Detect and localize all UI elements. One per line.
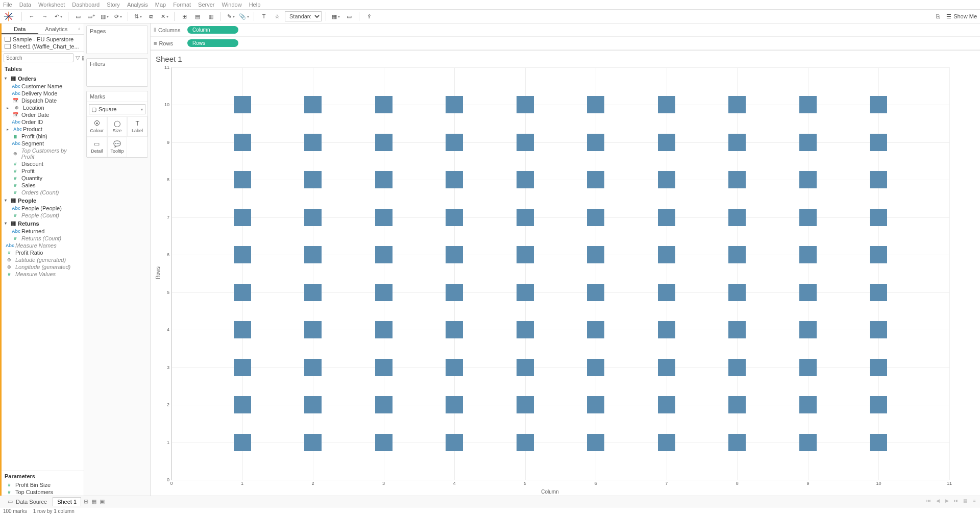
chart-mark[interactable] <box>658 96 675 113</box>
chart-mark[interactable] <box>728 359 746 376</box>
chart-mark[interactable] <box>587 284 604 301</box>
chart-mark[interactable] <box>799 284 817 301</box>
columns-shelf[interactable]: ⦀Columns Column <box>151 23 980 37</box>
chart-mark[interactable] <box>870 96 887 113</box>
chart-mark[interactable] <box>658 396 675 413</box>
share-button[interactable]: ⇪ <box>363 11 375 22</box>
chart-mark[interactable] <box>517 359 534 376</box>
table-group[interactable]: ▾▦Orders <box>2 74 84 83</box>
chart-mark[interactable] <box>799 96 817 113</box>
collapse-sidebar-icon[interactable]: ‹ <box>75 23 84 34</box>
chart-mark[interactable] <box>587 134 604 151</box>
chart-mark[interactable] <box>799 434 817 451</box>
save-button[interactable]: ▭ <box>72 11 84 22</box>
last-tab-button[interactable]: ⏭ <box>952 498 960 505</box>
menu-file[interactable]: File <box>3 2 12 8</box>
refresh-button[interactable]: ⟳ <box>112 11 124 22</box>
chart-mark[interactable] <box>304 96 322 113</box>
chart-mark[interactable] <box>304 209 322 226</box>
chart-mark[interactable] <box>234 96 251 113</box>
menu-worksheet[interactable]: Worksheet <box>38 2 65 8</box>
chart-mark[interactable] <box>517 284 534 301</box>
rows-shelf[interactable]: ≡Rows Rows <box>151 37 980 50</box>
tab-analytics[interactable]: Analytics <box>38 23 75 34</box>
menu-window[interactable]: Window <box>222 2 242 8</box>
chart-mark[interactable] <box>728 209 746 226</box>
sort-desc-button[interactable]: ▥ <box>205 11 216 22</box>
chart-mark[interactable] <box>587 96 604 113</box>
prev-tab-button[interactable]: ◀ <box>934 498 941 505</box>
chart-mark[interactable] <box>728 284 746 301</box>
field-item[interactable]: AbcMeasure Names <box>2 242 84 249</box>
new-story-icon[interactable]: ▣ <box>99 498 106 505</box>
field-item[interactable]: AbcReturned <box>2 228 84 235</box>
field-item[interactable]: 📅Order Date <box>2 111 84 118</box>
chart-mark[interactable] <box>234 284 251 301</box>
field-item[interactable]: #Quantity <box>2 175 84 182</box>
chart-mark[interactable] <box>446 209 463 226</box>
chart-mark[interactable] <box>587 321 604 338</box>
filters-shelf[interactable]: Filters <box>86 58 148 87</box>
chart-mark[interactable] <box>446 434 463 451</box>
chart-mark[interactable] <box>517 396 534 413</box>
chart-mark[interactable] <box>517 96 534 113</box>
field-item[interactable]: AbcOrder ID <box>2 118 84 126</box>
attachment-button[interactable]: 📎 <box>238 11 250 22</box>
field-item[interactable]: AbcCustomer Name <box>2 83 84 90</box>
chart-mark[interactable] <box>587 246 604 263</box>
chart-mark[interactable] <box>658 434 675 451</box>
chart-mark[interactable] <box>446 396 463 413</box>
chart-mark[interactable] <box>799 321 817 338</box>
chart-mark[interactable] <box>375 396 393 413</box>
chart-mark[interactable] <box>870 321 887 338</box>
field-item[interactable]: AbcPeople (People) <box>2 205 84 212</box>
chart-mark[interactable] <box>658 171 675 188</box>
chart-mark[interactable] <box>870 246 887 263</box>
chart-mark[interactable] <box>375 246 393 263</box>
menu-format[interactable]: Format <box>173 2 191 8</box>
mark-label-button[interactable]: TLabel <box>127 116 148 137</box>
chart-mark[interactable] <box>728 96 746 113</box>
show-me-button[interactable]: ☰ Show Me <box>946 13 977 20</box>
menu-analysis[interactable]: Analysis <box>127 2 148 8</box>
star-button[interactable]: ☆ <box>272 11 283 22</box>
table-group[interactable]: ▾▦People <box>2 196 84 205</box>
chart-mark[interactable] <box>517 171 534 188</box>
chart-mark[interactable] <box>375 321 393 338</box>
chart-mark[interactable] <box>587 209 604 226</box>
parameter-item[interactable]: #Top Customers <box>2 488 84 496</box>
field-item[interactable]: AbcDelivery Mode <box>2 90 84 97</box>
chart-mark[interactable] <box>517 246 534 263</box>
chart-mark[interactable] <box>799 246 817 263</box>
guide-button[interactable]: ⎘ <box>932 11 943 22</box>
field-item[interactable]: #Discount <box>2 160 84 167</box>
chart-mark[interactable] <box>304 246 322 263</box>
chart-mark[interactable] <box>517 434 534 451</box>
chart-mark[interactable] <box>446 96 463 113</box>
label-button[interactable]: T <box>258 11 270 22</box>
chart-mark[interactable] <box>234 209 251 226</box>
columns-pill[interactable]: Column <box>187 26 238 34</box>
filter-icon[interactable]: ▽ <box>76 55 80 61</box>
chart-mark[interactable] <box>446 321 463 338</box>
table-group[interactable]: ▾▦Returns <box>2 219 84 228</box>
chart-mark[interactable] <box>375 209 393 226</box>
chart-mark[interactable] <box>587 171 604 188</box>
chart-mark[interactable] <box>870 434 887 451</box>
chart-mark[interactable] <box>304 171 322 188</box>
back-button[interactable]: ← <box>26 11 37 22</box>
chart-plot[interactable]: 0123456789101101234567891011 <box>171 67 949 480</box>
datasource-item[interactable]: Sample - EU Superstore <box>2 36 84 43</box>
chart-mark[interactable] <box>304 359 322 376</box>
menu-map[interactable]: Map <box>155 2 166 8</box>
field-item[interactable]: #Measure Values <box>2 271 84 278</box>
chart-mark[interactable] <box>658 246 675 263</box>
chart-mark[interactable] <box>446 171 463 188</box>
field-item[interactable]: #Orders (Count) <box>2 189 84 196</box>
chart-mark[interactable] <box>517 209 534 226</box>
tab-data[interactable]: Data <box>2 23 38 34</box>
chart-mark[interactable] <box>375 359 393 376</box>
chart-mark[interactable] <box>728 396 746 413</box>
chart-mark[interactable] <box>234 434 251 451</box>
chart-mark[interactable] <box>375 96 393 113</box>
